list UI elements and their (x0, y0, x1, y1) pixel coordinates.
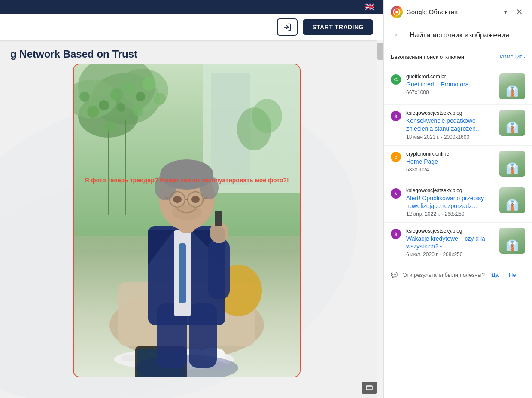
result-meta-2: 18 мая 2023 г. · 2000x1600 (406, 134, 494, 140)
login-button[interactable] (277, 18, 298, 36)
svg-point-16 (110, 88, 123, 101)
result-text-2: ksiegowoscjestsexy.blog Konsekwencje pod… (406, 110, 494, 140)
svg-point-21 (79, 92, 90, 102)
svg-point-19 (87, 106, 99, 118)
image-overlay-text: Я фото теперь трейдер? Может хватит эксп… (85, 177, 289, 184)
photo-background (74, 64, 300, 377)
svg-point-17 (124, 83, 135, 94)
start-trading-button[interactable]: START TRADING (303, 19, 373, 35)
svg-point-22 (117, 103, 125, 112)
result-thumbnail-5 (499, 228, 525, 254)
result-title-5[interactable]: Wakacje kredytowe – czy d la wszystkich?… (406, 235, 494, 250)
google-lens-panel: Google Объектив ▾ ✕ ← Найти источник изо… (383, 0, 532, 398)
result-favicon-5: k (391, 229, 401, 239)
result-favicon-2: k (391, 111, 401, 121)
feedback-text: Эти результаты были полезны? (403, 272, 485, 278)
svg-point-24 (133, 107, 143, 117)
thumb-img-3 (499, 151, 525, 177)
result-site-3: cryptonomix.online (406, 151, 494, 157)
expand-icon (366, 385, 373, 390)
svg-point-20 (142, 77, 156, 91)
panel-title: Google Объектив (406, 8, 498, 15)
google-lens-logo (391, 6, 403, 18)
result-text-3: cryptonomix.online Home Page 683x1024 (406, 151, 494, 173)
safe-search-text: Безопасный поиск отключен (391, 53, 464, 61)
result-favicon-3: c (391, 152, 401, 162)
result-title-2[interactable]: Konsekwencje podatkowe zniesienia stanu … (406, 117, 494, 132)
svg-point-25 (154, 93, 166, 105)
thumb-img-5 (499, 228, 525, 254)
results-list: G guetticred.com.br Guetticred – Promoto… (384, 68, 532, 263)
result-meta-3: 683x1024 (406, 167, 494, 173)
top-bar: 🇬🇧 (0, 0, 383, 14)
panel-dropdown-button[interactable]: ▾ (501, 8, 510, 16)
result-text-5: ksiegowoscjestsexy.blog Wakacje kredytow… (406, 228, 494, 257)
result-text-1: guetticred.com.br Guetticred – Promotora… (406, 73, 494, 95)
svg-point-18 (136, 92, 145, 101)
feedback-no-button[interactable]: Нет (505, 270, 522, 280)
result-site-2: ksiegowoscjestsexy.blog (406, 110, 494, 116)
expand-button[interactable] (362, 382, 377, 394)
panel-content[interactable]: Безопасный поиск отключен Изменить G gue… (384, 46, 532, 398)
result-site-5: ksiegowoscjestsexy.blog (406, 228, 494, 234)
thumb-img-2 (499, 110, 525, 136)
svg-point-64 (395, 11, 398, 13)
result-thumbnail-1 (499, 73, 525, 99)
main-image-container: Я фото теперь трейдер? Может хватит эксп… (73, 64, 301, 377)
thumb-img-4 (499, 187, 525, 213)
result-item-2[interactable]: k ksiegowoscjestsexy.blog Konsekwencje p… (384, 105, 532, 145)
result-meta-1: 667x1000 (406, 89, 494, 95)
svg-rect-61 (366, 386, 372, 390)
back-button[interactable]: ← (391, 28, 404, 42)
result-site-1: guetticred.com.br (406, 73, 494, 80)
result-favicon-1: G (391, 74, 401, 85)
flag-uk-icon[interactable]: 🇬🇧 (363, 3, 377, 11)
result-site-4: ksiegowoscjestsexy.blog (406, 187, 494, 193)
result-favicon-4: k (391, 188, 401, 199)
result-text-4: ksiegowoscjestsexy.blog Alert! Opublikow… (406, 187, 494, 217)
svg-point-58 (173, 196, 182, 203)
svg-point-60 (172, 205, 202, 220)
result-thumbnail-3 (499, 151, 525, 177)
person-svg (105, 119, 268, 377)
result-meta-4: 12 апр. 2022 г. · 268x250 (406, 211, 494, 217)
result-title-1[interactable]: Guetticred – Promotora (406, 80, 494, 88)
result-meta-5: 6 июл. 2020 г. · 268x250 (406, 251, 494, 257)
svg-point-15 (99, 100, 109, 110)
result-item-1[interactable]: G guetticred.com.br Guetticred – Promoto… (384, 68, 532, 105)
svg-rect-45 (208, 239, 230, 299)
svg-point-59 (191, 196, 200, 203)
panel-header: Google Объектив ▾ ✕ (384, 0, 532, 24)
result-thumbnail-2 (499, 110, 525, 136)
thumb-img-1 (499, 73, 525, 99)
result-thumbnail-4 (499, 187, 525, 213)
back-navigation-row: ← Найти источник изображения (384, 24, 532, 46)
feedback-row: 💬 Эти результаты были полезны? Да Нет (384, 263, 532, 287)
panel-close-button[interactable]: ✕ (513, 6, 525, 18)
result-item-5[interactable]: k ksiegowoscjestsexy.blog Wakacje kredyt… (384, 223, 532, 263)
person-photo (105, 119, 268, 377)
result-item-3[interactable]: c cryptonomix.online Home Page 683x1024 (384, 146, 532, 182)
page-title: g Network Based on Trust (10, 48, 373, 60)
svg-rect-42 (179, 243, 186, 303)
svg-rect-47 (215, 211, 222, 226)
chat-icon: 💬 (391, 272, 398, 278)
main-content-area: 🇬🇧 START TRADING g Network Based on Trus… (0, 0, 383, 398)
feedback-yes-button[interactable]: Да (488, 270, 502, 280)
safe-search-change-link[interactable]: Изменить (500, 53, 525, 60)
result-item-4[interactable]: k ksiegowoscjestsexy.blog Alert! Opublik… (384, 182, 532, 223)
google-lens-logo-icon (393, 8, 401, 16)
main-scroll-thumb[interactable] (377, 43, 383, 60)
page-heading-area: g Network Based on Trust (0, 40, 383, 60)
result-title-3[interactable]: Home Page (406, 158, 494, 165)
panel-section-title: Найти источник изображения (410, 31, 509, 40)
safe-search-notice: Безопасный поиск отключен Изменить (384, 46, 532, 68)
main-scrollbar[interactable] (377, 40, 383, 398)
result-title-4[interactable]: Alert! Opublikowano przepisy nowelizując… (406, 194, 494, 210)
